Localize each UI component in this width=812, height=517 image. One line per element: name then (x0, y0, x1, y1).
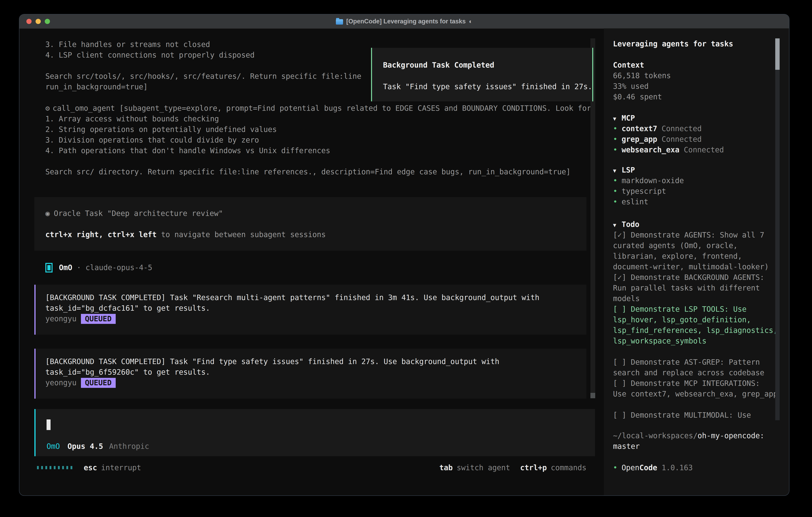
bullet-icon: • (613, 462, 621, 473)
oracle-task-panel: ◉Oracle Task "Deep architecture review" … (34, 197, 586, 251)
chevron-down-icon: ▼ (613, 113, 621, 124)
bullet-icon: • (613, 175, 621, 186)
status-badge: QUEUED (81, 378, 116, 388)
tool-call-line: 4. Path operations that don't handle Win… (46, 145, 607, 156)
lsp-name: eslint (621, 196, 648, 207)
mcp-status: Connected (684, 144, 724, 155)
version-row: • Open Code 1.0.163 (613, 462, 779, 473)
chevron-down-icon: ▼ (613, 220, 621, 230)
sidebar-scrollbar-thumb[interactable] (775, 38, 780, 70)
blank-line (46, 219, 586, 229)
mcp-status: Connected (662, 134, 701, 144)
app-version: 1.0.163 (662, 462, 693, 473)
titlebar[interactable]: [OpenCode] Leveraging agents for tasks ◐ (19, 15, 789, 29)
scrollback-text: 3. File handles or streams not closed 4.… (46, 39, 367, 92)
mcp-section: ▼ MCP • context7 Connected • grep_app Co… (613, 113, 779, 155)
agent-name: OmO (59, 263, 72, 272)
app-name: Open (621, 462, 639, 473)
mcp-section-header[interactable]: ▼ MCP (613, 113, 779, 124)
context-heading: Context (613, 60, 779, 71)
background-task-message: [BACKGROUND TASK COMPLETED] Task "Find t… (34, 349, 586, 399)
scrollback-line: Search src/tools/, src/hooks/, src/featu… (46, 71, 367, 82)
tab-action-label: switch agent (457, 463, 510, 472)
notification-toast: Background Task Completed Task "Find typ… (371, 48, 593, 101)
ctrlp-key-hint: ctrl+p (520, 463, 547, 472)
workspace-path: ~/local-workspaces/oh-my-opencode: maste… (613, 430, 779, 452)
folder-icon (336, 19, 343, 25)
lsp-heading: LSP (621, 165, 635, 175)
spinner-icon (37, 466, 72, 469)
agent-session-header: OmO · claude-opus-4-5 (46, 262, 152, 273)
tab-hint: tab switch agent (439, 463, 510, 472)
todo-heading: Todo (621, 219, 639, 230)
esc-action-label: interrupt (101, 463, 141, 472)
sidebar-scrollbar[interactable] (775, 38, 780, 420)
todo-item-pending: [ ] Demonstrate MCP INTEGRATIONS: Use co… (613, 378, 779, 399)
mcp-name: context7 (621, 124, 657, 134)
hint-text: to navigate between subagent sessions (157, 230, 326, 239)
message-user: yeongyu (46, 315, 77, 323)
mcp-name: grep_app (621, 134, 657, 144)
lsp-item: • eslint (613, 196, 779, 207)
provider-label: Anthropic (109, 442, 149, 451)
scrollback-line: 4. LSP client connections not properly d… (46, 50, 367, 60)
todo-item-pending: [ ] Demonstrate MULTIMODAL: Use (613, 410, 779, 420)
close-button[interactable] (26, 19, 32, 24)
background-task-message: [BACKGROUND TASK COMPLETED] Task "Resear… (34, 285, 586, 335)
lsp-item: • markdown-oxide (613, 175, 779, 186)
status-right: tab switch agent ctrl+p commands (439, 463, 586, 472)
lsp-section-header[interactable]: ▼ LSP (613, 165, 779, 175)
todo-item-pending: [ ] Demonstrate AST-GREP: Pattern search… (613, 357, 779, 378)
tool-call-line: 3. Division operations that could divide… (46, 135, 607, 145)
message-footer: yeongyu QUEUED (46, 314, 586, 324)
mcp-item: • context7 Connected (613, 124, 779, 134)
separator-dot: · (77, 263, 81, 272)
bullet-icon: • (613, 186, 621, 196)
mcp-heading: MCP (621, 113, 635, 124)
todo-section: ▼ Todo [✓] Demonstrate AGENTS: Show all … (613, 219, 779, 420)
message-line: [BACKGROUND TASK COMPLETED] Task "Resear… (46, 292, 586, 303)
mcp-status: Connected (662, 124, 701, 134)
notification-title: Background Task Completed (383, 60, 592, 71)
prompt-input[interactable]: OmO Opus 4.5 Anthropic (34, 409, 595, 456)
lsp-item: • typescript (613, 186, 779, 196)
desktop: [OpenCode] Leveraging agents for tasks ◐… (0, 0, 812, 517)
lsp-name: markdown-oxide (621, 175, 684, 186)
todo-item-in-progress: [ ] Demonstrate LSP TOOLS: Use lsp_hover… (613, 304, 779, 346)
version-line: • Open Code 1.0.163 (613, 462, 779, 473)
tool-call-header: ⚙call_omo_agent [subagent_type=explore, … (46, 103, 607, 113)
zoom-button[interactable] (45, 19, 50, 24)
scrollback-line (46, 60, 367, 71)
active-model-label: Opus 4.5 (67, 442, 103, 451)
bullet-icon: • (613, 144, 621, 155)
status-bar: esc interrupt tab switch agent ctrl+p co… (37, 462, 586, 473)
tool-call-header-text: call_omo_agent [subagent_type=explore, p… (53, 104, 591, 113)
mcp-item: • grep_app Connected (613, 134, 779, 144)
mcp-name: websearch_exa (621, 144, 679, 155)
workspace-path-line: ~/local-workspaces/oh-my-opencode: maste… (613, 430, 779, 452)
bullet-icon: • (613, 134, 621, 144)
message-user: yeongyu (46, 378, 77, 387)
hint-keys: ctrl+x right, ctrl+x left (46, 230, 157, 239)
context-used: 33% used (613, 81, 779, 91)
lsp-name: typescript (621, 186, 666, 196)
tab-key-hint: tab (439, 463, 453, 472)
context-spent: $0.46 spent (613, 91, 779, 102)
minimize-button[interactable] (35, 19, 41, 24)
todo-item-done: [✓] Demonstrate BACKGROUND AGENTS: Run p… (613, 272, 779, 304)
sidebar: Leveraging agents for tasks Context 66,5… (604, 28, 789, 495)
text-cursor (47, 419, 51, 430)
message-line: task_id="bg_dcfac161" to get results. (46, 303, 586, 314)
traffic-lights (26, 15, 50, 28)
mcp-item: • websearch_exa Connected (613, 144, 779, 155)
input-footer: OmO Opus 4.5 Anthropic (47, 441, 149, 452)
main-scrollbar-thumb[interactable] (590, 393, 595, 398)
todo-section-header[interactable]: ▼ Todo (613, 219, 779, 230)
agent-model: claude-opus-4-5 (86, 263, 152, 272)
bullet-icon: • (613, 124, 621, 134)
context-tokens: 66,518 tokens (613, 71, 779, 81)
chevron-down-icon: ▼ (613, 165, 621, 176)
context-section: Context 66,518 tokens 33% used $0.46 spe… (613, 60, 779, 102)
notification-body: Task "Find type safety issues" finished … (383, 81, 592, 92)
status-badge: QUEUED (81, 314, 116, 324)
